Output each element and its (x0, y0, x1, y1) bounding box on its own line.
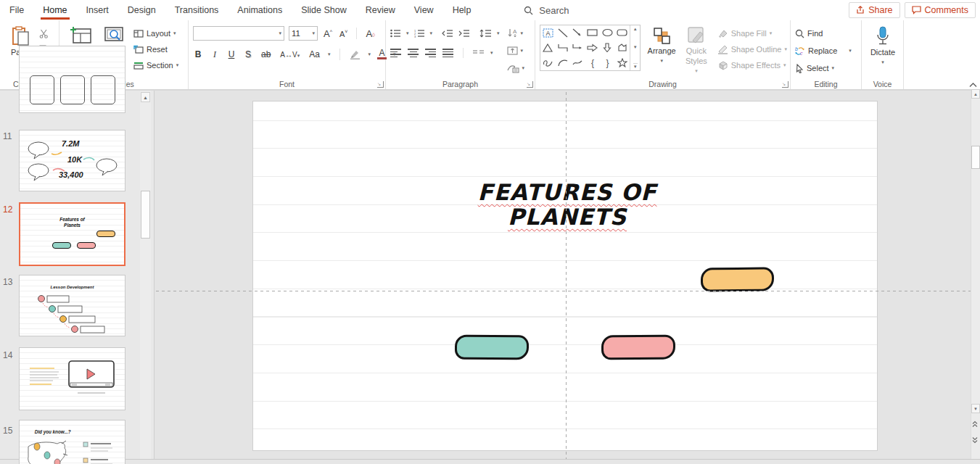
align-left-button[interactable] (390, 49, 401, 57)
columns-caret[interactable]: ▾ (490, 50, 493, 56)
dictate-button[interactable]: Dictate ▾ (866, 25, 899, 66)
layout-caret[interactable]: ▾ (173, 30, 176, 36)
align-center-button[interactable] (408, 49, 419, 57)
gallery-scroll-down[interactable]: ▼ (633, 45, 638, 49)
layout-button[interactable]: Layout ▾ (133, 28, 178, 39)
font-name-combobox[interactable]: ▾ (193, 26, 284, 41)
slide-thumbnail-13[interactable]: Lesson Development (19, 275, 125, 336)
slide-thumbnail-12[interactable]: Features ofPlanets (19, 202, 125, 266)
menu-help[interactable]: Help (443, 0, 481, 20)
grow-font-button[interactable]: A^ (322, 28, 334, 39)
menu-transitions[interactable]: Transitions (165, 0, 228, 20)
slide-thumbnail-11[interactable]: 7.2M 10K 33,400 (19, 130, 125, 191)
underline-button[interactable]: U (226, 49, 236, 59)
convert-smartart-button[interactable]: ▾ (507, 62, 525, 74)
menu-view[interactable]: View (405, 0, 443, 20)
text-shadow-button[interactable]: S (243, 49, 253, 59)
arrange-caret[interactable]: ▾ (660, 58, 663, 65)
align-text-button[interactable]: ▾ (507, 45, 525, 57)
shape-rectangle[interactable] (587, 28, 598, 37)
section-button[interactable]: Section ▾ (133, 59, 178, 71)
font-size-combobox[interactable]: 11▾ (289, 26, 318, 41)
thumbnail-scrollbar[interactable]: ▲ (140, 91, 151, 459)
shape-rounded-rectangle[interactable] (617, 28, 627, 37)
arrange-button[interactable]: Arrange ▾ (645, 25, 678, 65)
align-text-caret[interactable]: ▾ (521, 48, 524, 54)
highlight-color-button[interactable] (350, 49, 361, 59)
dictate-caret[interactable]: ▾ (881, 59, 884, 66)
bullets-caret[interactable]: ▾ (406, 30, 409, 36)
paragraph-dialog-launcher[interactable]: ↘ (527, 81, 533, 88)
menu-animations[interactable]: Animations (228, 0, 292, 20)
rounded-rectangle-shape-pink[interactable] (601, 335, 675, 360)
thumbnail-scroll-up-button[interactable]: ▲ (141, 92, 150, 102)
shape-arrow[interactable] (572, 28, 582, 38)
shape-curve[interactable] (572, 59, 582, 67)
shape-elbow-connector[interactable] (558, 44, 568, 52)
menu-review[interactable]: Review (356, 0, 405, 20)
shape-oval[interactable] (602, 28, 613, 37)
shape-star[interactable] (617, 58, 627, 67)
shape-scribble[interactable] (543, 59, 553, 67)
highlight-caret[interactable]: ▾ (368, 51, 371, 57)
select-caret[interactable]: ▾ (832, 65, 835, 71)
thumbnail-scrollbar-thumb[interactable] (141, 191, 150, 239)
shape-triangle[interactable] (543, 44, 553, 52)
vertical-scrollbar[interactable]: ▲ ▼ (971, 91, 980, 459)
align-right-button[interactable] (425, 49, 436, 57)
decrease-indent-button[interactable] (442, 29, 453, 38)
increase-indent-button[interactable] (458, 29, 470, 38)
change-case-button[interactable]: Aa (308, 49, 321, 59)
select-button[interactable]: Select ▾ (795, 62, 852, 74)
scrollbar-thumb[interactable] (971, 146, 980, 169)
previous-slide-button[interactable] (971, 420, 980, 430)
justify-button[interactable] (442, 49, 453, 57)
reset-button[interactable]: Reset (133, 44, 178, 55)
change-case-caret[interactable]: ▾ (328, 51, 331, 57)
find-button[interactable]: Find (795, 28, 852, 39)
search-input[interactable]: Search (524, 5, 569, 16)
shape-left-brace[interactable]: { (591, 58, 594, 68)
replace-caret[interactable]: ▾ (849, 48, 852, 54)
section-caret[interactable]: ▾ (176, 62, 179, 68)
slide-canvas[interactable]: Features of Planets (155, 91, 971, 459)
bold-button[interactable]: B (193, 49, 203, 59)
shape-elbow-arrow-connector[interactable] (572, 44, 582, 52)
cut-button[interactable] (39, 28, 54, 39)
line-spacing-button[interactable] (479, 29, 492, 38)
font-dialog-launcher[interactable]: ↘ (377, 81, 384, 88)
rounded-rectangle-shape-teal[interactable] (455, 335, 529, 360)
menu-slideshow[interactable]: Slide Show (292, 0, 356, 20)
shape-right-arrow[interactable] (587, 44, 598, 52)
share-button[interactable]: Share (849, 2, 899, 18)
next-slide-button[interactable] (971, 436, 980, 446)
collapse-ribbon-button[interactable] (969, 82, 977, 88)
shape-textbox[interactable]: A (543, 28, 553, 38)
text-direction-button[interactable]: A ▾ (507, 28, 525, 39)
gallery-more-button[interactable]: ▼ (633, 63, 638, 69)
numbering-caret[interactable]: ▾ (430, 30, 433, 36)
menu-insert[interactable]: Insert (77, 0, 118, 20)
shape-right-brace[interactable]: } (606, 58, 609, 68)
shape-line[interactable] (558, 28, 568, 38)
menu-file[interactable]: File (0, 0, 33, 20)
shape-down-arrow[interactable] (603, 43, 612, 52)
character-spacing-button[interactable]: A↔V▾ (279, 51, 301, 59)
font-color-button[interactable]: A (377, 49, 387, 59)
strikethrough-button[interactable]: ab (260, 49, 272, 59)
scroll-up-button[interactable]: ▲ (971, 89, 980, 99)
text-direction-caret[interactable]: ▾ (521, 30, 524, 36)
numbering-button[interactable]: 123 (414, 29, 425, 38)
slide-thumbnail-14[interactable] (19, 347, 125, 410)
shape-arc[interactable] (558, 59, 568, 67)
columns-button[interactable] (473, 49, 484, 57)
shrink-font-button[interactable]: A˅ (338, 29, 349, 38)
slide-thumbnail-15[interactable]: Did you know...? (19, 420, 125, 464)
bullets-button[interactable] (390, 29, 401, 38)
italic-button[interactable]: I (210, 49, 220, 60)
convert-smartart-caret[interactable]: ▾ (522, 65, 525, 71)
clear-formatting-button[interactable]: A◊ (364, 28, 376, 39)
gallery-scroll-up[interactable]: ▲ (633, 27, 638, 31)
slide-thumbnail-10-partial[interactable] (19, 46, 125, 113)
menu-home[interactable]: Home (33, 0, 76, 20)
